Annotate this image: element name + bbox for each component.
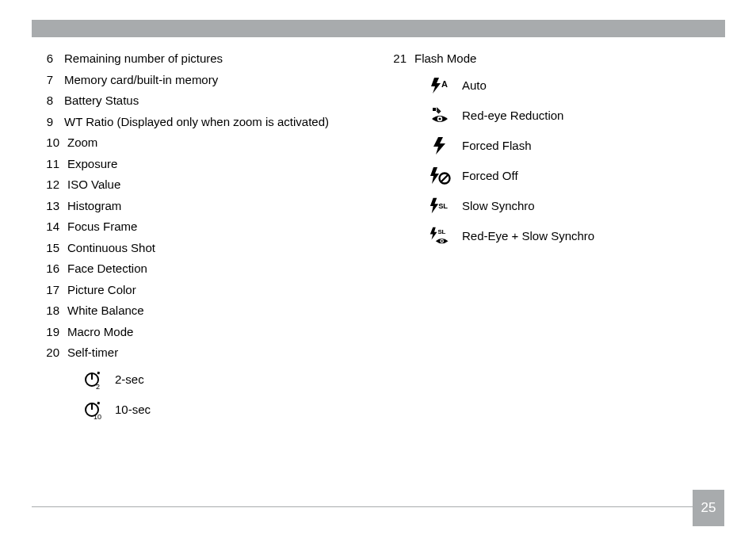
list-item: 13 Histogram xyxy=(42,200,383,212)
svg-rect-1 xyxy=(97,371,100,374)
svg-text:A: A xyxy=(441,79,448,89)
item-number: 14 xyxy=(42,220,59,232)
page-number: 25 xyxy=(693,490,724,526)
list-item: 10 Zoom xyxy=(42,136,383,148)
svg-text:10: 10 xyxy=(94,413,101,419)
item-number: 17 xyxy=(42,284,59,296)
timer-10-icon: 10 xyxy=(82,399,104,421)
svg-text:SL: SL xyxy=(437,228,445,235)
item-number: 6 xyxy=(42,52,53,64)
flash-mode-option: Red-eye Reduction xyxy=(429,104,724,128)
item-label: Histogram xyxy=(67,200,121,212)
flash-red-eye-icon xyxy=(429,105,451,127)
item-number: 21 xyxy=(389,52,407,64)
svg-rect-4 xyxy=(97,401,100,404)
item-number: 20 xyxy=(42,346,59,358)
flash-auto-icon: A xyxy=(429,74,451,97)
footer-divider xyxy=(32,506,693,507)
option-label: Forced Flash xyxy=(462,139,532,152)
right-column: 21 Flash Mode A Auto xyxy=(383,52,724,428)
item-number: 10 xyxy=(42,136,59,148)
item-label: Face Detection xyxy=(67,262,147,274)
svg-text:2: 2 xyxy=(96,383,100,389)
option-label: Auto xyxy=(462,78,487,92)
self-timer-option: 10 10-sec xyxy=(82,398,383,422)
list-item: 21 Flash Mode xyxy=(389,52,724,64)
option-label: 10-sec xyxy=(115,403,151,416)
list-item: 19 Macro Mode xyxy=(42,326,383,338)
item-label: Focus Frame xyxy=(67,220,137,232)
flash-red-eye-slow-icon: SL xyxy=(429,225,451,247)
item-label: WT Ratio (Displayed only when zoom is ac… xyxy=(64,116,329,128)
item-label: Macro Mode xyxy=(67,326,133,338)
item-number: 7 xyxy=(42,74,53,86)
svg-text:SL: SL xyxy=(438,201,448,209)
page: 6 Remaining number of pictures 7 Memory … xyxy=(0,0,756,550)
content-columns: 6 Remaining number of pictures 7 Memory … xyxy=(42,52,724,428)
item-number: 8 xyxy=(42,94,53,106)
option-label: Slow Synchro xyxy=(462,199,535,212)
flash-mode-option: A Auto xyxy=(429,74,724,97)
item-label: Zoom xyxy=(67,136,97,148)
list-item: 9 WT Ratio (Displayed only when zoom is … xyxy=(42,116,383,128)
flash-forced-icon xyxy=(429,135,451,157)
flash-mode-option: Forced Flash xyxy=(429,134,724,158)
list-item: 14 Focus Frame xyxy=(42,220,383,232)
svg-line-10 xyxy=(441,174,449,181)
self-timer-option: 2 2-sec xyxy=(82,368,383,391)
list-item: 17 Picture Color xyxy=(42,284,383,296)
list-item: 8 Battery Status xyxy=(42,94,383,106)
option-label: Red-Eye + Slow Synchro xyxy=(462,229,594,243)
item-label: Exposure xyxy=(67,158,117,170)
item-label: Battery Status xyxy=(64,94,139,106)
header-bar xyxy=(32,20,725,37)
item-label: Flash Mode xyxy=(414,52,476,64)
flash-mode-option: SL Red-Eye + Slow Synchro xyxy=(429,224,724,248)
item-number: 19 xyxy=(42,326,59,338)
flash-mode-option: SL Slow Synchro xyxy=(429,194,724,218)
item-label: Self-timer xyxy=(67,346,118,358)
svg-point-8 xyxy=(438,117,441,120)
svg-point-14 xyxy=(441,239,442,241)
flash-mode-option: Forced Off xyxy=(429,164,724,188)
item-number: 13 xyxy=(42,200,59,212)
item-number: 11 xyxy=(42,158,59,170)
option-label: 2-sec xyxy=(115,372,144,386)
item-label: Continuous Shot xyxy=(67,242,155,254)
list-item: 15 Continuous Shot xyxy=(42,242,383,254)
list-item: 7 Memory card/built-in memory xyxy=(42,74,383,86)
item-label: ISO Value xyxy=(67,178,120,190)
item-number: 15 xyxy=(42,242,59,254)
left-column: 6 Remaining number of pictures 7 Memory … xyxy=(42,52,383,428)
flash-slow-icon: SL xyxy=(429,195,451,217)
item-label: Picture Color xyxy=(67,284,136,296)
list-item: 18 White Balance xyxy=(42,304,383,316)
option-label: Forced Off xyxy=(462,169,518,182)
item-number: 9 xyxy=(42,116,53,128)
item-number: 16 xyxy=(42,262,59,274)
item-number: 12 xyxy=(42,178,59,190)
list-item: 6 Remaining number of pictures xyxy=(42,52,383,64)
item-number: 18 xyxy=(42,304,59,316)
item-label: Remaining number of pictures xyxy=(64,52,223,64)
list-item: 16 Face Detection xyxy=(42,262,383,274)
list-item: 20 Self-timer xyxy=(42,346,383,358)
list-item: 11 Exposure xyxy=(42,158,383,170)
page-number-text: 25 xyxy=(701,500,716,516)
option-label: Red-eye Reduction xyxy=(462,109,563,122)
item-label: Memory card/built-in memory xyxy=(64,74,218,86)
timer-2-icon: 2 xyxy=(82,369,104,391)
item-label: White Balance xyxy=(67,304,144,316)
list-item: 12 ISO Value xyxy=(42,178,383,190)
flash-off-icon xyxy=(429,165,451,187)
